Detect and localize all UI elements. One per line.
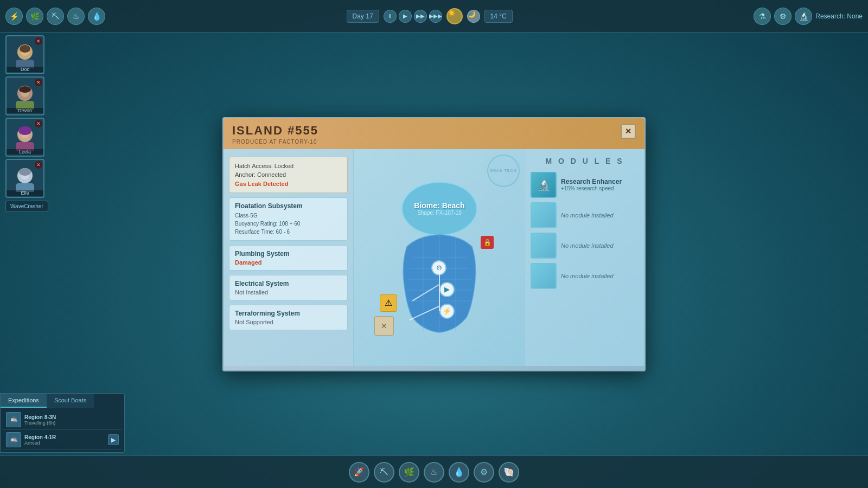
lightning-icon: ⚡ [443, 307, 451, 315]
system-card-electrical[interactable]: Electrical System Not Installed [229, 275, 348, 300]
module-desc-1: +15% research speed [561, 185, 639, 191]
system-title-plumbing: Plumbing System [235, 250, 342, 258]
dialog-right-panel: M O D U L E S 🔬 Research Enhancer +15% r… [525, 149, 644, 366]
x-cancel-icon: ✕ [381, 322, 387, 330]
module-info-4: No module installed [561, 273, 639, 279]
system-status-terraforming: Not Supported [235, 319, 342, 325]
dialog-subtitle: PRODUCED AT FACTORY-10 [232, 139, 318, 145]
system-detail-floatation-2: Buoyancy Rating: 108 + 60 [235, 220, 342, 228]
island-module-dot-3[interactable]: ⚡ [439, 304, 455, 319]
module-icon-1: 🔬 [531, 172, 557, 198]
module-info-1: Research Enhancer +15% research speed [561, 178, 639, 191]
navigation-icon: ⊕ [436, 264, 442, 272]
system-status-electrical: Not Installed [235, 289, 342, 296]
system-card-plumbing[interactable]: Plumbing System Damaged [229, 245, 348, 271]
module-icon-2 [531, 202, 557, 228]
lock-icon: 🔒 [481, 236, 494, 249]
island-visualization: Biome: Beach Shape: FX-107-10 [380, 182, 499, 333]
island-svg [396, 230, 483, 333]
seal-stamp: SEAS-TECH [487, 155, 520, 187]
island-body: 🔒 ⊕ ▶ ⚡ [396, 230, 483, 333]
info-card: Hatch Access: Locked Anchor: Connected G… [229, 157, 348, 194]
dialog-title-group: ISLAND #555 PRODUCED AT FACTORY-10 [232, 124, 318, 145]
module-slot-1[interactable]: 🔬 Research Enhancer +15% research speed [531, 172, 639, 198]
biome-shape: Shape: FX-107-10 [417, 210, 462, 216]
system-card-terraforming[interactable]: Terraforming System Not Supported [229, 305, 348, 330]
module-slot-2[interactable]: No module installed [531, 202, 639, 228]
module-icon-3 [531, 233, 557, 259]
dialog-left-panel: Hatch Access: Locked Anchor: Connected G… [224, 149, 354, 366]
play-icon: ▶ [444, 285, 450, 293]
info-line-gas: Gas Leak Detected [235, 179, 342, 189]
module-icon-4 [531, 263, 557, 289]
module-slot-3[interactable]: No module installed [531, 233, 639, 259]
system-title-floatation: Floatation Subsystem [235, 202, 342, 210]
biome-label: Biome: Beach Shape: FX-107-10 [401, 182, 477, 236]
system-detail-floatation-1: Class-5G [235, 211, 342, 220]
system-detail-floatation-3: Resurface Time: 60 - 6 [235, 228, 342, 236]
system-card-floatation[interactable]: Floatation Subsystem Class-5G Buoyancy R… [229, 197, 348, 241]
module-info-3: No module installed [561, 242, 639, 249]
dialog-close-button[interactable]: ✕ [621, 124, 636, 139]
dialog-header: ISLAND #555 PRODUCED AT FACTORY-10 ✕ [224, 118, 644, 149]
dialog-center-panel: Biome: Beach Shape: FX-107-10 [354, 149, 525, 366]
warning-icon: ⚠ [380, 294, 397, 312]
info-line-anchor: Anchor: Connected [235, 170, 342, 179]
module-empty-4: No module installed [561, 273, 639, 279]
dialog-footer [224, 366, 644, 370]
unavailable-icon: ✕ [374, 316, 394, 336]
module-empty-2: No module installed [561, 212, 639, 219]
module-info-2: No module installed [561, 212, 639, 219]
island-module-dot-1[interactable]: ⊕ [431, 260, 446, 275]
system-title-electrical: Electrical System [235, 280, 342, 287]
module-empty-3: No module installed [561, 242, 639, 249]
system-title-terraforming: Terraforming System [235, 310, 342, 317]
island-module-dot-2[interactable]: ▶ [439, 282, 455, 297]
modules-title: M O D U L E S [531, 157, 639, 165]
lock-icon-pos: 🔒 [481, 236, 494, 249]
island-dialog: ISLAND #555 PRODUCED AT FACTORY-10 ✕ Hat… [222, 117, 646, 371]
system-status-plumbing: Damaged [235, 259, 342, 266]
module-slot-4[interactable]: No module installed [531, 263, 639, 289]
biome-name: Biome: Beach [414, 201, 464, 210]
dialog-body: Hatch Access: Locked Anchor: Connected G… [224, 149, 644, 366]
dialog-overlay: ISLAND #555 PRODUCED AT FACTORY-10 ✕ Hat… [0, 0, 868, 488]
dialog-title: ISLAND #555 [232, 124, 318, 138]
module-name-1: Research Enhancer [561, 178, 639, 185]
info-line-hatch: Hatch Access: Locked [235, 162, 342, 171]
